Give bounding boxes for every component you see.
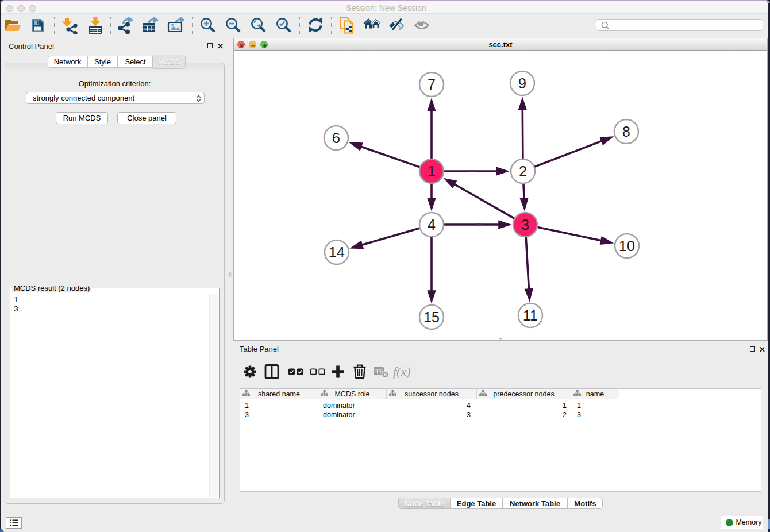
svg-text:2: 2 bbox=[519, 163, 527, 179]
svg-text:7: 7 bbox=[428, 76, 436, 92]
svg-text:6: 6 bbox=[332, 130, 340, 146]
svg-text:3: 3 bbox=[521, 217, 529, 233]
svg-text:4: 4 bbox=[428, 217, 436, 233]
svg-text:9: 9 bbox=[518, 75, 526, 91]
svg-text:15: 15 bbox=[424, 309, 440, 325]
svg-text:8: 8 bbox=[622, 124, 630, 140]
svg-text:1: 1 bbox=[428, 163, 436, 179]
svg-text:10: 10 bbox=[619, 238, 635, 254]
svg-text:14: 14 bbox=[329, 244, 345, 260]
svg-text:11: 11 bbox=[523, 307, 538, 323]
